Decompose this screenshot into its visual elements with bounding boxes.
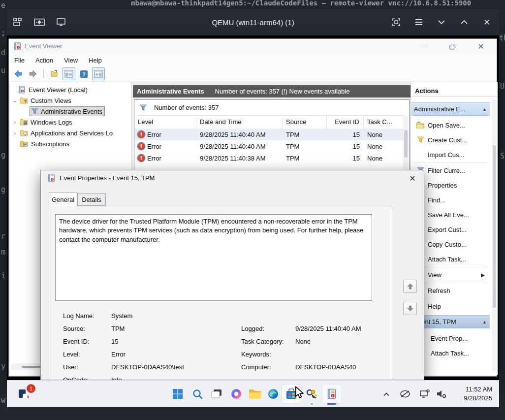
- action-label: Save All Eve...: [428, 211, 469, 219]
- show-console-tree-button[interactable]: [63, 67, 75, 80]
- actions-group-administrative-events[interactable]: Administrative E... ▲: [411, 102, 490, 116]
- qemu-close-icon[interactable]: ✕: [481, 17, 492, 28]
- tab-details[interactable]: Details: [77, 193, 106, 206]
- field-event-id: Event ID: 15: [63, 336, 225, 346]
- column-task-category[interactable]: Task C...: [364, 115, 398, 129]
- keys-running-indicator: [311, 403, 313, 405]
- qemu-fullscreen-icon[interactable]: [391, 17, 402, 28]
- menu-help[interactable]: Help: [83, 55, 107, 66]
- actions-scrollbar-thumb[interactable]: [493, 145, 496, 308]
- terminal-fragment: d: [1, 48, 5, 57]
- task-view-icon[interactable]: [210, 387, 223, 401]
- tree-item-administrative-events[interactable]: Administrative Events: [30, 106, 105, 117]
- edge-icon[interactable]: [266, 387, 280, 401]
- display-cast-icon[interactable]: [419, 388, 430, 399]
- file-explorer-icon[interactable]: [248, 387, 262, 401]
- show-action-pane-button[interactable]: [92, 67, 105, 80]
- field-label: Event ID:: [63, 338, 111, 345]
- action-label: Open Save...: [428, 122, 465, 129]
- event-viewer-title: Event Viewer: [25, 42, 62, 50]
- hidden-icons-chevron-icon[interactable]: [381, 388, 392, 399]
- windows-taskbar: 1: [7, 380, 499, 407]
- field-label: Task Category:: [241, 338, 295, 345]
- event-row[interactable]: !Error 9/28/2025 11:40:40 AM TPM 15 None: [134, 140, 403, 152]
- taskbar-clock[interactable]: 11:52 AM 9/28/2025: [464, 385, 492, 403]
- chevron-right-icon[interactable]: ›: [12, 130, 18, 136]
- event-row[interactable]: !Error 9/28/2025 11:40:40 AM TPM 15 None: [134, 129, 403, 140]
- qemu-monitor-icon[interactable]: [56, 17, 66, 28]
- volume-muted-icon[interactable]: [436, 388, 447, 399]
- action-open-saved-log[interactable]: Open Save...: [411, 118, 490, 132]
- terminal-fragment: U: [500, 82, 505, 91]
- copilot-icon[interactable]: [229, 387, 243, 401]
- field-value: 15: [111, 338, 118, 345]
- event-viewer-taskbar-icon[interactable]: [325, 387, 339, 401]
- tab-general[interactable]: General: [49, 192, 77, 206]
- action-import-custom-view[interactable]: Import Cus...: [411, 147, 490, 162]
- microsoft-store-icon[interactable]: [284, 387, 298, 401]
- terminal-fragment: S: [500, 152, 505, 161]
- actions-vertical-scrollbar[interactable]: [492, 100, 497, 371]
- field-keywords: Keywords:: [241, 349, 389, 359]
- field-value: System: [111, 312, 132, 320]
- widgets-icon[interactable]: 1: [18, 387, 32, 401]
- field-logged: Logged: 9/28/2025 11:40:40 AM: [241, 323, 389, 333]
- ev-close-button[interactable]: ✕: [471, 39, 491, 54]
- previous-event-button[interactable]: [403, 280, 417, 293]
- events-panel-status: Number of events: 357 (!) New events ava…: [215, 88, 350, 95]
- filter-icon: [139, 104, 147, 111]
- event-row[interactable]: !Error 9/28/2025 11:40:38 AM TPM 15 None: [134, 152, 403, 164]
- terminal-fragment: e: [1, 1, 5, 10]
- events-scrollbar-thumb[interactable]: [404, 130, 408, 158]
- field-value: Error: [111, 351, 126, 358]
- event-description-box[interactable]: The device driver for the Trusted Platfo…: [55, 214, 372, 301]
- menu-view[interactable]: View: [59, 55, 83, 66]
- chevron-right-icon[interactable]: ›: [12, 119, 18, 125]
- field-value: TPM: [111, 325, 125, 332]
- back-button[interactable]: [12, 67, 25, 80]
- column-level[interactable]: Level: [134, 115, 196, 129]
- menu-action[interactable]: Action: [30, 55, 59, 66]
- next-event-button[interactable]: [403, 302, 417, 315]
- qemu-minimize-icon[interactable]: [436, 17, 447, 28]
- open-saved-log-button[interactable]: [48, 67, 61, 80]
- tree-item-applications-services-logs[interactable]: › Applications and Services Lo: [12, 128, 113, 138]
- qemu-machine-icon[interactable]: [34, 17, 45, 28]
- column-source[interactable]: Source: [283, 115, 327, 129]
- event-viewer-titlebar[interactable]: Event Viewer — ✕: [9, 39, 497, 54]
- column-event-id[interactable]: Event ID: [327, 115, 364, 129]
- tree-item-windows-logs[interactable]: › Windows Logs: [12, 117, 72, 128]
- collapse-icon[interactable]: ▲: [482, 107, 487, 112]
- privacy-indicator-icon[interactable]: [400, 388, 410, 399]
- field-value: 9/28/2025 11:40:40 AM: [295, 325, 361, 332]
- tree-item-event-viewer-local[interactable]: Event Viewer (Local): [18, 84, 88, 95]
- dialog-titlebar[interactable]: Event Properties - Event 15, TPM ✕: [41, 170, 424, 186]
- qemu-displays-icon[interactable]: [12, 17, 23, 28]
- forward-button[interactable]: [27, 67, 39, 80]
- events-table-header: Level Date and Time Source Event ID Task…: [134, 115, 403, 129]
- qemu-maximize-icon[interactable]: [459, 17, 470, 28]
- help-button[interactable]: ?: [77, 67, 90, 80]
- menu-file[interactable]: File: [9, 55, 30, 66]
- keys-app-icon[interactable]: [305, 387, 319, 401]
- terminal-fragment: m: [1, 248, 5, 257]
- column-date-time[interactable]: Date and Time: [196, 115, 283, 129]
- dialog-close-button[interactable]: ✕: [405, 172, 420, 184]
- search-icon[interactable]: [190, 387, 204, 401]
- chevron-down-icon[interactable]: ⌄: [12, 97, 18, 104]
- ev-minimize-button[interactable]: —: [415, 39, 435, 54]
- tree-item-subscriptions[interactable]: Subscriptions: [20, 138, 69, 149]
- action-label: Attach Task...: [428, 256, 466, 263]
- start-button-icon[interactable]: [171, 387, 185, 401]
- tree-item-label: Windows Logs: [31, 119, 72, 126]
- qemu-menu-icon[interactable]: [413, 17, 424, 28]
- tree-item-custom-views[interactable]: ⌄ Custom Views: [12, 95, 71, 106]
- filter-summary-row[interactable]: Number of events: 357: [134, 100, 409, 116]
- collapse-icon[interactable]: ▲: [482, 320, 487, 324]
- svg-text:?: ?: [82, 71, 86, 77]
- action-label: View: [428, 271, 442, 279]
- widgets-badge: 1: [26, 383, 36, 394]
- ev-restore-button[interactable]: [442, 39, 462, 54]
- action-create-custom-view[interactable]: Create Cust...: [411, 132, 490, 147]
- qemu-titlebar[interactable]: QEMU (win11-arm64) (1) ✕: [7, 9, 499, 35]
